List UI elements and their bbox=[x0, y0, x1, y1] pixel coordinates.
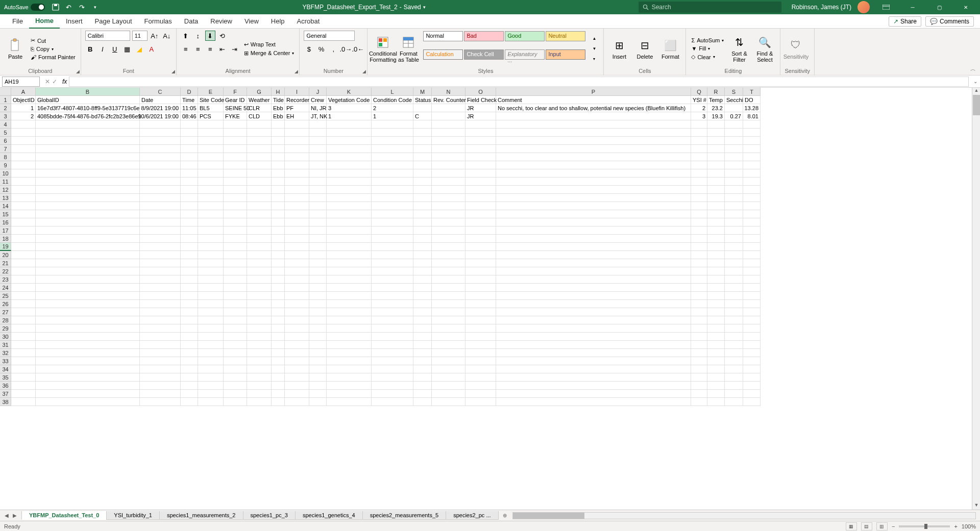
font-dialog-launcher[interactable]: ◢ bbox=[172, 69, 175, 74]
cell-styles-gallery[interactable]: Normal Bad Good Neutral Calculation Chec… bbox=[423, 31, 586, 67]
delete-cells-button[interactable]: ⊟Delete bbox=[633, 31, 656, 67]
font-name-select[interactable]: Calibri bbox=[85, 31, 130, 41]
enter-formula-icon[interactable]: ✓ bbox=[52, 78, 57, 85]
styles-more-icon[interactable]: ▾ bbox=[589, 54, 599, 64]
toggle-switch[interactable] bbox=[31, 4, 45, 11]
tab-review[interactable]: Review bbox=[204, 14, 238, 29]
conditional-formatting-button[interactable]: Conditional Formatting bbox=[372, 31, 394, 67]
align-right-icon[interactable]: ≡ bbox=[205, 44, 215, 54]
styles-group-label: Styles bbox=[372, 67, 599, 74]
currency-icon[interactable]: $ bbox=[304, 44, 314, 54]
style-calculation[interactable]: Calculation bbox=[423, 49, 463, 60]
tab-help[interactable]: Help bbox=[265, 14, 291, 29]
maximize-button[interactable]: ▢ bbox=[929, 0, 949, 14]
qat-more-icon[interactable]: ▾ bbox=[91, 3, 100, 12]
close-button[interactable]: ✕ bbox=[955, 0, 976, 14]
sensitivity-button[interactable]: 🛡Sensitivity bbox=[785, 31, 807, 67]
save-icon[interactable] bbox=[51, 3, 60, 12]
fill-button[interactable]: ▼Fill▾ bbox=[690, 45, 725, 52]
title-sep: - bbox=[400, 4, 402, 11]
tab-home[interactable]: Home bbox=[29, 14, 60, 29]
tab-acrobat[interactable]: Acrobat bbox=[291, 14, 326, 29]
comma-icon[interactable]: , bbox=[328, 44, 338, 54]
decrease-font-icon[interactable]: A↓ bbox=[162, 31, 172, 41]
svg-rect-1 bbox=[54, 4, 57, 6]
tab-page-layout[interactable]: Page Layout bbox=[89, 14, 138, 29]
minimize-button[interactable]: ─ bbox=[902, 0, 923, 14]
search-box[interactable]: Search bbox=[639, 2, 781, 13]
redo-icon[interactable]: ↷ bbox=[78, 3, 87, 12]
number-format-select[interactable]: General bbox=[304, 31, 355, 41]
tab-data[interactable]: Data bbox=[178, 14, 204, 29]
avatar[interactable] bbox=[857, 1, 870, 13]
style-check-cell[interactable]: Check Cell bbox=[464, 49, 504, 60]
tab-formulas[interactable]: Formulas bbox=[138, 14, 178, 29]
font-size-select[interactable]: 11 bbox=[132, 31, 148, 41]
find-select-button[interactable]: 🔍Find & Select bbox=[753, 31, 776, 67]
alignment-dialog-launcher[interactable]: ◢ bbox=[295, 69, 298, 74]
share-button[interactable]: ↗ Share bbox=[889, 16, 921, 27]
formula-input[interactable] bbox=[69, 77, 969, 87]
font-color-button[interactable]: A bbox=[146, 44, 157, 54]
decrease-decimal-icon[interactable]: .0← bbox=[353, 44, 363, 54]
paste-button[interactable]: Paste bbox=[4, 31, 27, 67]
style-good[interactable]: Good bbox=[505, 31, 545, 41]
autosum-button[interactable]: ΣAutoSum▾ bbox=[690, 37, 725, 44]
increase-indent-icon[interactable]: ⇥ bbox=[230, 44, 240, 54]
title-dropdown-icon[interactable]: ▾ bbox=[423, 5, 426, 10]
increase-decimal-icon[interactable]: .0→ bbox=[340, 44, 351, 54]
tab-insert[interactable]: Insert bbox=[60, 14, 89, 29]
format-cells-button[interactable]: ⬜Format bbox=[659, 31, 681, 67]
styles-up-icon[interactable]: ▲ bbox=[589, 34, 599, 44]
name-box[interactable]: AH19 bbox=[2, 77, 40, 87]
fx-icon[interactable]: fx bbox=[60, 78, 69, 85]
clear-button[interactable]: ◇Clear▾ bbox=[690, 53, 725, 61]
align-middle-icon[interactable]: ↕ bbox=[193, 31, 203, 41]
comments-button[interactable]: 💬 Comments bbox=[925, 16, 974, 27]
align-center-icon[interactable]: ≡ bbox=[193, 44, 203, 54]
wrap-text-button[interactable]: ↩Wrap Text bbox=[243, 41, 296, 48]
copy-button[interactable]: ⎘Copy▾ bbox=[30, 45, 77, 53]
styles-down-icon[interactable]: ▼ bbox=[589, 44, 599, 54]
tab-view[interactable]: View bbox=[238, 14, 265, 29]
align-left-icon[interactable]: ≡ bbox=[181, 44, 191, 54]
insert-cells-button[interactable]: ⊞Insert bbox=[608, 31, 630, 67]
ribbon-display-icon[interactable] bbox=[876, 0, 896, 14]
sort-icon: ⇅ bbox=[732, 35, 746, 49]
format-painter-button[interactable]: 🖌Format Painter bbox=[30, 54, 77, 61]
merge-center-button[interactable]: ⊞Merge & Center▾ bbox=[243, 49, 296, 57]
autosave-toggle[interactable]: AutoSave bbox=[4, 4, 45, 11]
align-top-icon[interactable]: ⬆ bbox=[181, 31, 191, 41]
bold-button[interactable]: B bbox=[85, 44, 95, 54]
expand-formula-bar-icon[interactable]: ⌄ bbox=[971, 79, 980, 84]
user-name[interactable]: Robinson, James (JT) bbox=[792, 4, 851, 11]
underline-button[interactable]: U bbox=[110, 44, 120, 54]
sort-filter-button[interactable]: ⇅Sort & Filter bbox=[728, 31, 750, 67]
clipboard-dialog-launcher[interactable]: ◢ bbox=[76, 69, 80, 74]
decrease-indent-icon[interactable]: ⇤ bbox=[217, 44, 228, 54]
autosave-label: AutoSave bbox=[4, 4, 29, 10]
share-label: Share bbox=[900, 18, 917, 25]
style-neutral[interactable]: Neutral bbox=[546, 31, 585, 41]
cut-button[interactable]: ✂Cut bbox=[30, 37, 77, 44]
fill-color-button[interactable]: ◢ bbox=[134, 44, 144, 54]
svg-rect-16 bbox=[403, 37, 413, 40]
format-as-table-button[interactable]: Format as Table bbox=[397, 31, 420, 67]
style-normal[interactable]: Normal bbox=[423, 31, 463, 41]
border-button[interactable]: ▦ bbox=[122, 44, 132, 54]
sigma-icon: Σ bbox=[691, 37, 695, 43]
tab-file[interactable]: File bbox=[6, 14, 29, 29]
style-explanatory[interactable]: Explanatory ... bbox=[505, 49, 545, 60]
style-bad[interactable]: Bad bbox=[464, 31, 504, 41]
font-group-label: Font bbox=[85, 67, 172, 74]
orientation-icon[interactable]: ⟲ bbox=[217, 31, 228, 41]
italic-button[interactable]: I bbox=[97, 44, 108, 54]
increase-font-icon[interactable]: A↑ bbox=[150, 31, 160, 41]
number-dialog-launcher[interactable]: ◢ bbox=[362, 69, 366, 74]
cancel-formula-icon[interactable]: ✕ bbox=[45, 78, 50, 85]
collapse-ribbon-icon[interactable]: ︿ bbox=[970, 65, 976, 73]
style-input[interactable]: Input bbox=[546, 49, 585, 60]
percent-icon[interactable]: % bbox=[316, 44, 326, 54]
align-bottom-icon[interactable]: ⬇ bbox=[205, 31, 215, 41]
undo-icon[interactable]: ↶ bbox=[64, 3, 74, 12]
